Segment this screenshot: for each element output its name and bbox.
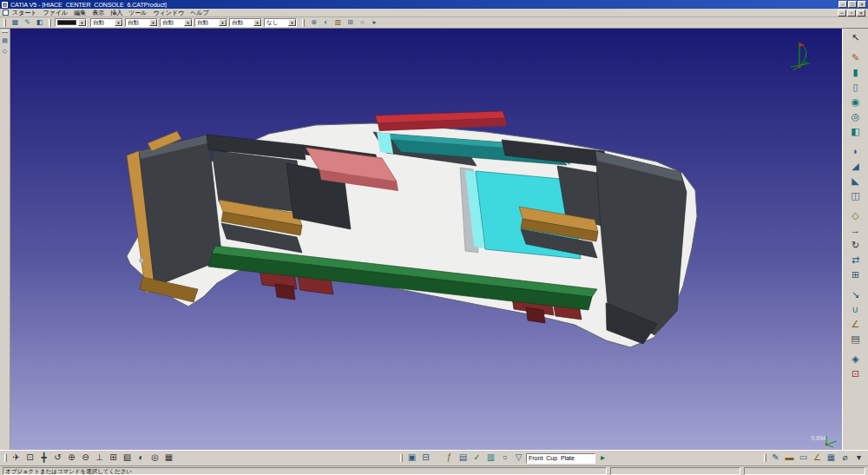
pattern-icon[interactable]: ⊞ (847, 268, 864, 282)
boolean-union-icon[interactable]: ∪ (847, 303, 864, 317)
design-table-icon[interactable]: ▤ (457, 452, 470, 465)
catalog-browser-icon[interactable]: ▥ (332, 18, 344, 28)
draft-icon[interactable]: ◣ (847, 175, 864, 188)
chamfer-icon[interactable]: ◢ (847, 160, 864, 174)
combo-dropdown-button[interactable]: ▼ (253, 19, 261, 26)
plane-icon[interactable]: ◇ (847, 209, 864, 223)
mdi-minimize-button[interactable]: – (838, 10, 846, 16)
formula-icon[interactable]: ƒ (443, 452, 456, 465)
translate-icon[interactable]: → (847, 224, 864, 238)
menu-window[interactable]: ウィンドウ (153, 9, 184, 17)
rendering-style-combo[interactable]: 自動 ▼ (229, 18, 262, 27)
toolbar-grip[interactable] (400, 454, 403, 462)
pen-annotation-icon[interactable]: ✎ (769, 452, 782, 465)
model-part-maroon-block-3[interactable] (275, 284, 295, 300)
datum-mode-icon[interactable]: ⊟ (419, 452, 432, 465)
zoom-in-icon[interactable]: ⊕ (65, 452, 78, 465)
graphic-color-combo[interactable]: ▼ (55, 18, 87, 27)
toolbar-grip[interactable] (4, 454, 7, 462)
toolbar-grip[interactable] (2, 30, 8, 33)
shell-icon[interactable]: ◫ (847, 189, 864, 203)
menu-help[interactable]: ヘルプ (190, 9, 209, 17)
print-preview-icon[interactable]: ▣ (405, 452, 418, 465)
view-compass[interactable] (786, 34, 816, 72)
graph-tree-icon[interactable]: ▦ (10, 18, 21, 28)
geometry-overview-icon[interactable]: ◇ (1, 47, 10, 56)
wireframe-icon[interactable]: ◈ (847, 353, 864, 366)
zoom-out-icon[interactable]: ⊖ (79, 452, 92, 465)
painter-icon[interactable]: ✎ (22, 18, 33, 28)
3d-viewport[interactable]: 0.694 (10, 29, 842, 450)
combo-dropdown-button[interactable]: ▼ (149, 19, 157, 26)
wizard-icon[interactable]: ◧ (34, 18, 45, 28)
combo-dropdown-button[interactable]: ▼ (184, 19, 192, 26)
fly-mode-icon[interactable]: ✈ (10, 452, 23, 465)
shading-tool-icon[interactable]: ◐ (320, 18, 332, 28)
apply-material-icon[interactable]: ▤ (847, 333, 864, 346)
menu-insert[interactable]: 挿入 (110, 9, 122, 17)
shaft-icon[interactable]: ◉ (847, 96, 864, 109)
toolbar-grip[interactable] (3, 19, 6, 27)
pocket-icon[interactable]: ▯ (847, 81, 864, 95)
play-macro-icon[interactable]: ▸ (369, 18, 380, 28)
close-button[interactable]: × (858, 1, 866, 8)
toolbar-grip[interactable] (764, 454, 766, 462)
select-arrow-icon[interactable]: ↖ (847, 31, 864, 45)
rib-icon[interactable]: ◧ (847, 125, 864, 139)
fillet-icon[interactable]: ◗ (847, 145, 864, 159)
note-icon[interactable]: ▭ (797, 452, 810, 465)
combo-dropdown-button[interactable]: ▼ (78, 19, 86, 26)
fit-all-icon[interactable]: ⊡ (23, 452, 36, 465)
combo-dropdown-button[interactable]: ▼ (219, 19, 227, 26)
normal-view-icon[interactable]: ⊥ (93, 452, 106, 465)
catalog-icon[interactable]: ▥ (484, 452, 497, 465)
rotate-body-icon[interactable]: ↻ (847, 239, 864, 253)
zoom-tool-icon[interactable]: ⊕ (308, 18, 319, 28)
model-part-maroon-block-6[interactable] (526, 307, 545, 323)
rotate-view-icon[interactable]: ↺ (51, 452, 64, 465)
search-tool-icon[interactable]: ○ (357, 18, 368, 28)
update-icon[interactable]: ⊡ (847, 367, 864, 381)
menu-view[interactable]: 表示 (92, 9, 104, 17)
measure-icon[interactable]: ∠ (847, 318, 864, 332)
hole-icon[interactable]: ◎ (847, 110, 864, 124)
maximize-button[interactable]: □ (848, 1, 857, 8)
menu-start[interactable]: スタート (12, 9, 37, 17)
sketcher-icon[interactable]: ✎ (847, 51, 864, 65)
menu-edit[interactable]: 編集 (74, 9, 86, 17)
hide-show-icon[interactable]: ◎ (148, 452, 161, 465)
search-icon[interactable]: ○ (498, 452, 511, 465)
part-number-field[interactable] (526, 453, 595, 464)
transparency-combo[interactable]: 自動 ▼ (90, 18, 123, 27)
specification-tree-icon[interactable]: ▤ (1, 36, 10, 45)
menu-file[interactable]: ファイル (43, 9, 69, 17)
apply-part-icon[interactable]: ▸ (596, 452, 609, 465)
highlight-icon[interactable]: ▬ (783, 452, 796, 465)
combo-dropdown-button[interactable]: ▼ (288, 19, 296, 26)
pad-icon[interactable]: ▮ (847, 66, 864, 80)
pan-icon[interactable]: ╋ (37, 452, 50, 465)
model-part-pilot-hole[interactable] (140, 259, 144, 263)
minimize-button[interactable]: – (838, 1, 847, 8)
menu-tools[interactable]: ツール (128, 9, 147, 17)
measure-between-icon[interactable]: ∠ (811, 452, 824, 465)
check-analysis-icon[interactable]: ✓ (470, 452, 483, 465)
status-command-box[interactable] (744, 467, 865, 475)
grid-snap-icon[interactable]: ▦ (825, 452, 838, 465)
toolbar-grip[interactable] (302, 19, 305, 27)
scale-body-icon[interactable]: ↘ (847, 288, 864, 302)
line-type-combo[interactable]: 自動 ▼ (160, 18, 193, 27)
mdi-restore-button[interactable]: ▫ (847, 10, 856, 16)
model-canvas[interactable] (10, 29, 842, 450)
mirror-icon[interactable]: ⇄ (847, 254, 864, 267)
mdi-close-button[interactable]: × (857, 10, 865, 16)
multi-view-icon[interactable]: ⊞ (107, 452, 120, 465)
toolbar-grip[interactable] (49, 19, 51, 27)
iso-view-icon[interactable]: ▧ (121, 452, 134, 465)
swap-visible-space-icon[interactable]: ▦ (162, 452, 175, 465)
filter-icon[interactable]: ▽ (512, 452, 525, 465)
render-style-icon[interactable]: ◐ (135, 452, 148, 465)
combo-dropdown-button[interactable]: ▼ (115, 19, 122, 26)
grid-tool-icon[interactable]: ⊞ (345, 18, 356, 28)
axis-system-icon[interactable]: ⌀ (838, 452, 852, 465)
